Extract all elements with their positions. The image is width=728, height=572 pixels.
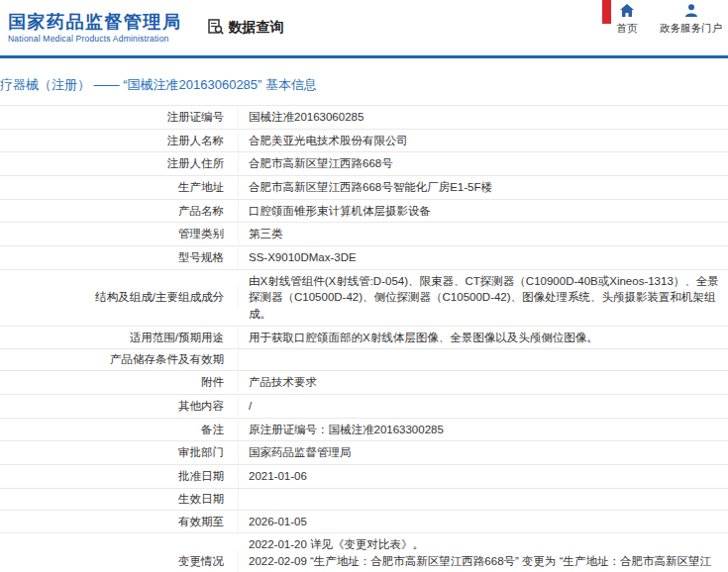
header: 国家药品监督管理局 National Medical Products Admi… [0,0,728,55]
row-value: 第三类 [239,223,728,245]
row-value: 2022-01-20 详见《变更对比表》。 2022-02-09 “生产地址：合… [239,533,728,572]
row-label: 产品储存条件及有效期 [0,349,239,370]
row-value [239,357,728,363]
detail-table: 注册证编号国械注准20163060285注册人名称合肥美亚光电技术股份有限公司注… [0,105,728,572]
user-icon [684,4,698,19]
table-row: 变更情况2022-01-20 详见《变更对比表》。 2022-02-09 “生产… [0,533,728,572]
table-row: 注册证编号国械注准20163060285 [0,106,728,130]
table-row: 管理类别第三类 [0,223,728,246]
table-row: 结构及组成/主要组成成分由X射线管组件(X射线管:D-054)、限束器、CT探测… [0,270,728,327]
nav-home-label: 首页 [617,22,638,36]
row-label: 批准日期 [0,466,239,487]
row-value: 国家药品监督管理局 [239,441,728,464]
table-row: 型号规格SS-X9010DMax-3DE [0,246,728,270]
nav-portal[interactable]: 政务服务门户 [660,4,722,36]
row-label: 审批部门 [0,442,239,463]
table-row: 附件产品技术要求 [0,371,728,395]
row-label: 生产地址 [0,177,239,198]
table-row: 生产地址合肥市高新区望江西路668号智能化厂房E1-5F楼 [0,176,728,200]
table-row: 注册人名称合肥美亚光电技术股份有限公司 [0,130,728,153]
row-label: 其他内容 [0,396,239,417]
row-value: 用于获取口腔颌面部的X射线体层图像、全景图像以及头颅侧位图像。 [239,327,728,349]
data-query-nav[interactable]: 数据查询 [208,19,284,38]
row-value: 合肥美亚光电技术股份有限公司 [239,130,728,152]
site-title: 国家药品监督管理局 [8,12,182,33]
nav-home[interactable]: 首页 [610,4,644,36]
brand: 国家药品监督管理局 National Medical Products Admi… [8,12,182,45]
table-row: 批准日期2021-01-06 [0,465,728,489]
table-row: 有效期至2026-01-05 [0,511,728,534]
table-row: 审批部门国家药品监督管理局 [0,441,728,465]
row-value: 原注册证编号：国械注准20163300285 [239,419,728,441]
table-row: 注册人住所合肥市高新区望江西路668号 [0,152,728,176]
table-row: 其他内容/ [0,395,728,419]
row-value: 合肥市高新区望江西路668号 [239,152,728,175]
row-value: 合肥市高新区望江西路668号智能化厂房E1-5F楼 [239,176,728,199]
row-label: 生效日期 [0,489,239,510]
nav-portal-label: 政务服务门户 [660,22,722,36]
table-row: 产品名称口腔颌面锥形束计算机体层摄影设备 [0,200,728,224]
row-label: 结构及组成/主要组成成分 [0,287,239,308]
row-label: 注册人名称 [0,131,239,151]
row-value: 国械注准20163060285 [239,106,728,129]
breadcrumb: 医疗器械（注册） —— “国械注准20163060285” 基本信息 [0,58,728,105]
row-label: 变更情况 [0,551,239,572]
row-label: 附件 [0,372,239,393]
row-value: / [239,395,728,418]
row-label: 注册人住所 [0,153,239,174]
row-value: 口腔颌面锥形束计算机体层摄影设备 [239,200,728,223]
home-icon [620,4,634,19]
row-label: 有效期至 [0,512,239,532]
row-value: 2026-01-05 [239,511,728,533]
row-label: 注册证编号 [0,107,239,128]
row-value [239,496,728,502]
table-row: 适用范围/预期用途用于获取口腔颌面部的X射线体层图像、全景图像以及头颅侧位图像。 [0,327,728,350]
data-query-label: 数据查询 [229,19,284,37]
site-subtitle: National Medical Products Administration [8,34,182,44]
table-row: 生效日期 [0,489,728,511]
row-label: 备注 [0,420,239,440]
header-right-nav: 首页 政务服务门户 [610,4,722,36]
document-search-icon [208,19,224,38]
row-label: 适用范围/预期用途 [0,328,239,348]
table-row: 产品储存条件及有效期 [0,349,728,371]
row-value: 2021-01-06 [239,465,728,488]
row-label: 型号规格 [0,247,239,268]
row-label: 产品名称 [0,201,239,222]
row-value: 产品技术要求 [239,371,728,394]
row-value: 由X射线管组件(X射线管:D-054)、限束器、CT探测器（C10900D-40… [239,270,728,326]
table-row: 备注原注册证编号：国械注准20163300285 [0,419,728,442]
row-value: SS-X9010DMax-3DE [239,246,728,269]
row-label: 管理类别 [0,224,239,244]
